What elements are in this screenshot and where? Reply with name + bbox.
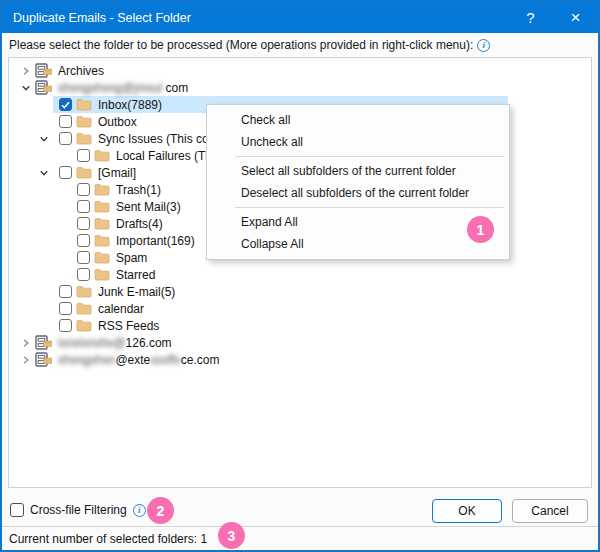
tree-row-label: Inbox(7889) [98,98,162,112]
folder-checkbox-unchecked[interactable] [59,302,72,315]
chevron-expanded-icon[interactable] [21,83,35,93]
tree-row-label: xhxngxhxng@jmxul com [58,81,188,95]
tree-row-label: Archives [58,64,104,78]
folder-icon [94,183,110,196]
tree-row-label: xhxngxhxn@extexxxffxce.com [58,353,219,367]
masked-text: @ [122,81,134,95]
folder-icon [76,302,92,315]
info-icon[interactable]: i [477,39,490,52]
folder-icon [76,132,92,145]
folder-checkbox-unchecked[interactable] [77,217,90,230]
folder-icon [76,319,92,332]
account-icon [35,80,52,95]
close-button[interactable]: × [553,2,598,33]
tree-row-rss-feeds[interactable]: RSS Feeds [9,317,591,334]
folder-icon [94,200,110,213]
tree-row-archives[interactable]: Archives [9,62,591,79]
chevron-collapsed-icon[interactable] [21,355,35,365]
annotation-badge-2: 2 [147,497,174,524]
status-text: Current number of selected folders: 1 [9,532,207,546]
menu-item-uncheck-all[interactable]: Uncheck all [207,131,509,153]
folder-checkbox-unchecked[interactable] [59,132,72,145]
title-bar-buttons: ? × [508,2,598,33]
info-icon[interactable]: i [133,504,146,517]
folder-checkbox-unchecked[interactable] [77,149,90,162]
chevron-expanded-icon[interactable] [39,134,59,144]
folder-icon [76,115,92,128]
account-icon [35,352,52,367]
folder-checkbox-unchecked[interactable] [77,183,90,196]
tree-row-label: Spam [116,251,147,265]
tree-row-junk-e-mail-5[interactable]: Junk E-mail(5) [9,283,591,300]
cross-file-filtering-checkbox[interactable] [10,503,24,517]
chevron-expanded-icon[interactable] [39,168,59,178]
tree-row-label: lxnxlxnxhx@126.com [58,336,172,350]
title-bar: Duplicate Emails - Select Folder ? × [2,2,598,33]
tree-row-label: Important(169) [116,234,195,248]
folder-checkbox-unchecked[interactable] [77,268,90,281]
tree-row-label: Local Failures (This [116,149,221,163]
clear-text: com [162,81,188,95]
masked-text: lxnxlxnxhx@ [58,336,126,350]
folder-icon [76,166,92,179]
annotation-badge-3: 3 [218,522,245,549]
ok-button[interactable]: OK [432,499,502,523]
tree-row-label: Trash(1) [116,183,161,197]
menu-item-select-all-subfolders-of-the-current-folder[interactable]: Select all subfolders of the current fol… [207,160,509,182]
tree-row-label: Drafts(4) [116,217,163,231]
clear-text: @exte [115,353,150,367]
tree-row-label: Sent Mail(3) [116,200,181,214]
tree-row-account-17[interactable]: xhxngxhxn@extexxxffxce.com [9,351,591,368]
cancel-button[interactable]: Cancel [512,499,588,523]
masked-text: xhxngxhxng [58,81,122,95]
folder-checkbox-unchecked[interactable] [77,251,90,264]
menu-separator [235,207,504,208]
annotation-badge-1: 1 [467,216,494,243]
tree-row-account-16[interactable]: lxnxlxnxhx@126.com [9,334,591,351]
masked-text: jmxul [134,81,162,95]
tree-row-label: Junk E-mail(5) [98,285,175,299]
status-bar: Current number of selected folders: 1 [2,526,598,550]
tree-row-label: calendar [98,302,144,316]
folder-checkbox-unchecked[interactable] [77,200,90,213]
help-button[interactable]: ? [508,2,553,33]
folder-checkbox-unchecked[interactable] [77,234,90,247]
cross-file-filtering-row: Cross-file Filtering i [10,503,146,517]
folder-icon [94,149,110,162]
tree-row-account-1[interactable]: xhxngxhxng@jmxul com [9,79,591,96]
folder-icon [94,268,110,281]
clear-text: ce.com [181,353,220,367]
folder-icon [76,285,92,298]
account-icon [35,335,52,350]
instruction-row: Please select the folder to be processed… [9,38,490,52]
chevron-collapsed-icon[interactable] [21,66,35,76]
tree-row-label: RSS Feeds [98,319,159,333]
dialog-title: Duplicate Emails - Select Folder [13,11,191,25]
folder-checkbox-unchecked[interactable] [59,166,72,179]
folder-checkbox-unchecked[interactable] [59,319,72,332]
tree-row-calendar[interactable]: calendar [9,300,591,317]
tree-row-label: [Gmail] [98,166,136,180]
tree-row-starred[interactable]: Starred [9,266,591,283]
folder-icon [94,217,110,230]
cross-file-filtering-label: Cross-file Filtering [30,503,127,517]
folder-checkbox-unchecked[interactable] [59,285,72,298]
folder-checkbox-checked[interactable] [59,98,72,111]
duplicate-emails-select-folder-dialog: Duplicate Emails - Select Folder ? × Ple… [0,0,600,552]
folder-icon [94,251,110,264]
menu-separator [235,156,504,157]
tree-row-label: Starred [116,268,155,282]
masked-text: xxxffx [150,353,180,367]
context-menu: Check allUncheck allSelect all subfolder… [206,104,510,260]
menu-item-collapse-all[interactable]: Collapse All [207,233,509,255]
folder-checkbox-unchecked[interactable] [59,115,72,128]
masked-text: xhxngxhxn [58,353,115,367]
instruction-text: Please select the folder to be processed… [9,38,473,52]
account-icon [35,63,52,78]
menu-item-expand-all[interactable]: Expand All [207,211,509,233]
menu-item-check-all[interactable]: Check all [207,109,509,131]
chevron-collapsed-icon[interactable] [21,338,35,348]
folder-icon [76,98,92,111]
tree-row-label: Outbox [98,115,137,129]
menu-item-deselect-all-subfolders-of-the-current-folder[interactable]: Deselect all subfolders of the current f… [207,182,509,204]
